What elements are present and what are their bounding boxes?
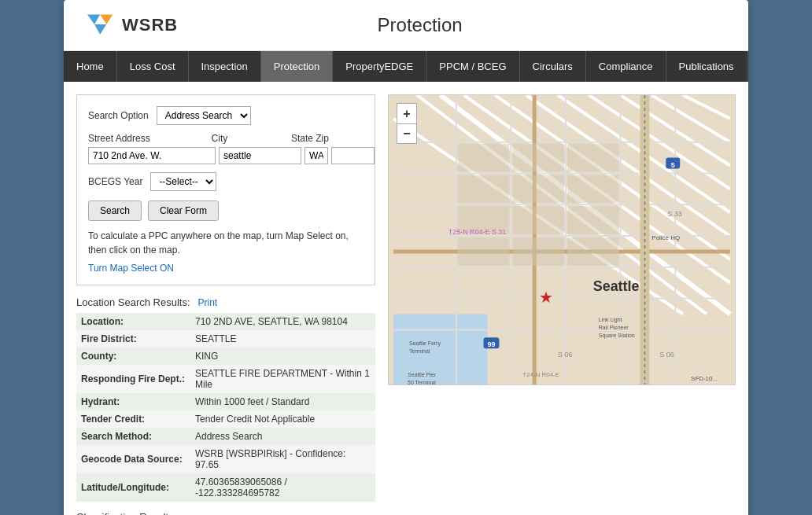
header: WSRB Protection — [64, 0, 748, 51]
svg-rect-33 — [458, 144, 510, 172]
svg-rect-36 — [458, 175, 510, 203]
result-value: KING — [190, 348, 375, 365]
nav-circulars[interactable]: Circulars — [520, 51, 586, 82]
state-input[interactable] — [304, 147, 328, 164]
logo-area: WSRB — [87, 14, 178, 36]
svg-text:Seattle: Seattle — [593, 278, 640, 294]
result-value: WSRB [WSRBPIRisk] - Confidence: 97.65 — [190, 445, 375, 473]
zoom-in-button[interactable]: + — [397, 103, 417, 123]
result-value: Tender Credit Not Applicable — [190, 410, 375, 428]
result-row: Location:710 2ND AVE, SEATTLE, WA 98104 — [76, 313, 375, 330]
print-link[interactable]: Print — [198, 297, 218, 308]
wsrb-logo-icon — [87, 14, 116, 36]
result-label: Fire District: — [76, 330, 190, 348]
svg-text:★: ★ — [539, 289, 553, 306]
map-hint: To calculate a PPC anywhere on the map, … — [88, 229, 364, 257]
nav-compliance[interactable]: Compliance — [586, 51, 666, 82]
svg-marker-2 — [94, 24, 106, 35]
svg-rect-42 — [458, 237, 510, 266]
result-row: Responding Fire Dept.:SEATTLE FIRE DEPAR… — [76, 365, 375, 393]
street-label: Street Address — [88, 133, 212, 144]
result-label: Location: — [76, 313, 190, 330]
state-zip-label: State Zip — [291, 133, 364, 144]
nav-inspection[interactable]: Inspection — [189, 51, 261, 82]
map-select-link[interactable]: Turn Map Select ON — [88, 263, 174, 274]
result-value: 47.60365839065086 / -122.333284695782 — [190, 473, 375, 502]
main-content: Search Option Address Search Street Addr… — [64, 82, 748, 515]
address-fields-header: Street Address City State Zip — [88, 133, 364, 144]
bcegs-row: BCEGS Year --Select-- — [88, 172, 364, 191]
nav-propertyedge[interactable]: PropertyEDGE — [333, 51, 426, 82]
svg-text:50 Terminal: 50 Terminal — [408, 380, 436, 384]
svg-text:5: 5 — [671, 161, 675, 169]
svg-text:Police HQ: Police HQ — [651, 234, 680, 241]
search-option-label: Search Option — [88, 110, 149, 121]
nav-home[interactable]: Home — [64, 51, 117, 82]
classification-title: Classification Results: — [76, 511, 375, 515]
result-label: Search Method: — [76, 428, 190, 445]
left-panel: Search Option Address Search Street Addr… — [76, 94, 375, 515]
bcegs-label: BCEGS Year — [88, 176, 142, 187]
nav-loss-cost[interactable]: Loss Cost — [117, 51, 189, 82]
svg-text:Seattle Ferry: Seattle Ferry — [409, 340, 441, 347]
results-header: Location Search Results: Print — [76, 296, 375, 308]
svg-rect-41 — [567, 206, 619, 234]
map-panel: + − — [388, 94, 736, 515]
result-value: SEATTLE — [190, 330, 375, 348]
search-button[interactable]: Search — [88, 200, 142, 221]
result-label: Geocode Data Source: — [76, 445, 190, 473]
result-label: Latitude/Longitude: — [76, 473, 190, 502]
result-value: 710 2ND AVE, SEATTLE, WA 98104 — [190, 313, 375, 330]
result-row: County:KING — [76, 348, 375, 365]
button-row: Search Clear Form — [88, 200, 364, 221]
result-label: Hydrant: — [76, 393, 190, 410]
svg-text:Square Station: Square Station — [599, 333, 635, 339]
result-row: Search Method:Address Search — [76, 428, 375, 445]
bcegs-select[interactable]: --Select-- — [150, 172, 216, 191]
svg-text:Terminal: Terminal — [409, 348, 430, 354]
svg-marker-1 — [100, 15, 113, 25]
result-value: Address Search — [190, 428, 375, 445]
result-row: Tender Credit:Tender Credit Not Applicab… — [76, 410, 375, 428]
results-section: Location Search Results: Print Location:… — [76, 296, 375, 515]
zip-input[interactable] — [331, 147, 375, 164]
nav-bar: Home Loss Cost Inspection Protection Pro… — [64, 51, 748, 82]
svg-text:S 33: S 33 — [667, 210, 681, 218]
result-label: Tender Credit: — [76, 410, 190, 428]
svg-text:Rail Pioneer: Rail Pioneer — [599, 325, 629, 330]
search-form: Search Option Address Search Street Addr… — [76, 94, 375, 285]
svg-rect-37 — [512, 175, 564, 203]
results-table: Location:710 2ND AVE, SEATTLE, WA 98104F… — [76, 313, 375, 502]
page-container: WSRB Protection Home Loss Cost Inspectio… — [64, 0, 748, 515]
nav-account[interactable]: My Account — [747, 51, 748, 82]
svg-text:Seattle Pier: Seattle Pier — [408, 372, 437, 377]
results-title: Location Search Results: — [76, 296, 190, 308]
nav-publications[interactable]: Publications — [666, 51, 747, 82]
result-value: SEATTLE FIRE DEPARTMENT - Within 1 Mile — [190, 365, 375, 393]
logo-text: WSRB — [122, 15, 178, 35]
svg-rect-40 — [512, 206, 564, 234]
search-option-select[interactable]: Address Search — [157, 106, 251, 125]
page-title: Protection — [378, 14, 463, 36]
zoom-out-button[interactable]: − — [397, 123, 417, 144]
result-label: County: — [76, 348, 190, 365]
city-input[interactable] — [219, 147, 301, 164]
svg-marker-0 — [87, 15, 100, 25]
result-value: Within 1000 feet / Standard — [190, 393, 375, 410]
result-label: Responding Fire Dept.: — [76, 365, 190, 393]
city-label: City — [212, 133, 291, 144]
svg-text:S 06: S 06 — [558, 351, 572, 359]
nav-ppcm[interactable]: PPCM / BCEG — [426, 51, 519, 82]
address-fields-inputs — [88, 147, 364, 164]
nav-protection[interactable]: Protection — [261, 51, 334, 82]
result-row: Latitude/Longitude:47.60365839065086 / -… — [76, 473, 375, 502]
street-input[interactable] — [88, 147, 216, 164]
svg-text:99: 99 — [488, 340, 496, 348]
svg-text:T24-N R04-E: T24-N R04-E — [522, 371, 559, 378]
svg-rect-43 — [512, 237, 564, 266]
map-container[interactable]: + − — [388, 94, 736, 385]
svg-rect-34 — [512, 144, 564, 172]
clear-form-button[interactable]: Clear Form — [148, 200, 219, 221]
map-zoom-controls: + − — [397, 103, 417, 144]
svg-rect-38 — [567, 175, 619, 203]
